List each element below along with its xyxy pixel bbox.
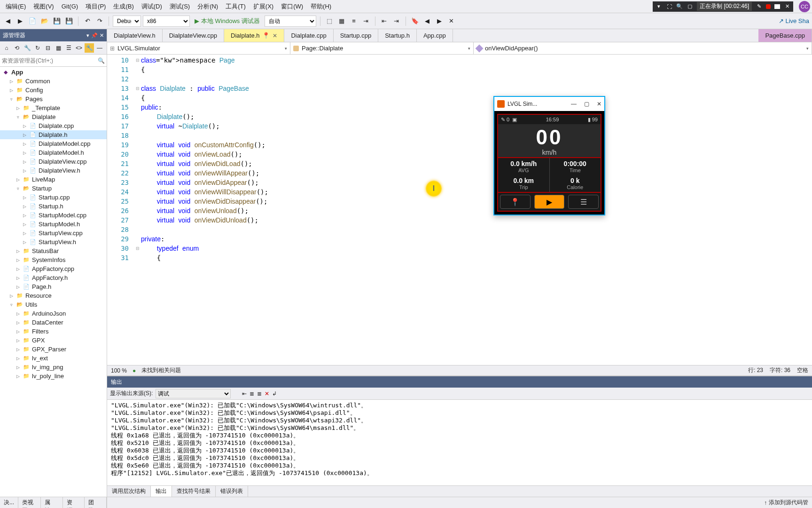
tree-file[interactable]: ▷📄DialplateView.h xyxy=(0,166,107,175)
tb-icon-4[interactable]: ⇥ xyxy=(361,16,371,26)
menu-analyze[interactable]: 分析(N) xyxy=(194,0,222,13)
minimize-button[interactable]: — xyxy=(571,101,577,107)
back-button[interactable]: ◀ xyxy=(3,16,13,26)
tree-folder[interactable]: ▷📁GPX_Parser xyxy=(0,345,107,354)
clear-bookmarks-button[interactable]: ✕ xyxy=(446,16,457,26)
tree-folder[interactable]: ▷📁Config xyxy=(0,86,107,95)
tree-file[interactable]: ▷📄StartupModel.h xyxy=(0,220,107,229)
solution-tree[interactable]: ◆App ▷📁Common ▷📁Config ▿📂Pages ▷📁_Templa… xyxy=(0,67,107,497)
output-tab[interactable]: 查找符号结果 xyxy=(172,486,216,497)
nav-class-combo[interactable]: Page::Dialplate▾ xyxy=(290,42,474,54)
undo-button[interactable]: ↶ xyxy=(82,16,93,26)
simulator-window[interactable]: LVGL Sim... — ▢ ✕ ✎ 0 ▣ 16:59 ▮ 99 00 km… xyxy=(493,96,605,215)
sidebar-tab[interactable]: 资源... xyxy=(63,497,85,508)
next-bookmark-button[interactable]: ▶ xyxy=(434,16,445,26)
tree-folder[interactable]: ▷📁DataCenter xyxy=(0,318,107,327)
bookmark-button[interactable]: 🔖 xyxy=(410,16,420,26)
zoom-level[interactable]: 100 % xyxy=(111,367,127,374)
tree-folder[interactable]: ▷📁SystemInfos xyxy=(0,255,107,264)
code-icon[interactable]: <> xyxy=(74,43,84,53)
camera-icon[interactable] xyxy=(774,4,780,9)
sidebar-tab[interactable]: 决... xyxy=(0,497,18,508)
menu-project[interactable]: 项目(P) xyxy=(82,0,109,13)
more-icon[interactable]: — xyxy=(95,43,104,53)
output-tab-active[interactable]: 输出 xyxy=(151,486,172,497)
monitor-icon[interactable]: ▢ xyxy=(687,3,693,10)
search-icon[interactable]: 🔍 xyxy=(98,57,105,64)
config-select[interactable]: Debug xyxy=(113,16,141,27)
close-icon[interactable]: ✕ xyxy=(784,3,790,10)
tree-file[interactable]: ▷📄StartupView.cpp xyxy=(0,229,107,238)
explorer-search[interactable]: 🔍 xyxy=(0,55,107,67)
pencil-icon[interactable]: ✎ xyxy=(756,3,762,10)
editor-tab[interactable]: Startup.h xyxy=(378,29,417,42)
source-control-icon[interactable]: ↑ xyxy=(764,500,767,506)
sim-location-button[interactable]: 📍 xyxy=(500,195,531,209)
source-control-label[interactable]: 添加到源代码管 xyxy=(769,499,808,507)
nav-project-combo[interactable]: ⊞LVGL.Simulator▾ xyxy=(107,42,290,54)
new-file-button[interactable]: 📄 xyxy=(27,16,38,26)
pin-icon[interactable]: 📍 xyxy=(262,32,270,39)
menu-git[interactable]: Git(G) xyxy=(58,1,82,12)
sim-titlebar[interactable]: LVGL Sim... — ▢ ✕ xyxy=(494,97,604,111)
menu-help[interactable]: 帮助(H) xyxy=(307,0,335,13)
sidebar-tab[interactable]: 属性... xyxy=(41,497,63,508)
output-clear-button[interactable]: ✕ xyxy=(265,390,269,397)
tree-file[interactable]: ▷📄AppFactory.h xyxy=(0,273,107,282)
show-all-icon[interactable]: ▦ xyxy=(54,43,63,53)
tree-folder[interactable]: ▷📁_Template xyxy=(0,103,107,112)
tree-root[interactable]: ◆App xyxy=(0,68,107,77)
save-all-button[interactable]: 💾 xyxy=(64,16,74,26)
home-icon[interactable]: ⌂ xyxy=(2,43,11,53)
redo-button[interactable]: ↷ xyxy=(94,16,105,26)
chevron-down-icon[interactable]: ▾ xyxy=(656,3,662,10)
menu-build[interactable]: 生成(B) xyxy=(109,0,137,13)
indent-button[interactable]: ⇥ xyxy=(391,16,402,26)
editor-tab[interactable]: DialplateView.cpp xyxy=(163,29,224,42)
menu-tools[interactable]: 工具(T) xyxy=(222,0,250,13)
tree-file[interactable]: ▷📄StartupView.h xyxy=(0,238,107,246)
close-window-button[interactable]: ✕ xyxy=(597,101,601,107)
tree-file[interactable]: ▷📄DialplateModel.h xyxy=(0,148,107,157)
editor-tab-pagebase[interactable]: PageBase.cpp xyxy=(758,29,812,42)
tree-folder[interactable]: ▷📁Filters xyxy=(0,327,107,336)
tree-file[interactable]: ▷📄Dialplate.cpp xyxy=(0,121,107,130)
sidebar-tab[interactable]: 团队... xyxy=(85,497,107,508)
sidebar-tab[interactable]: 类视图 xyxy=(18,497,41,508)
fold-column[interactable]: ⊟⊟⊟ xyxy=(134,55,141,365)
editor-tab[interactable]: App.cpp xyxy=(417,29,453,42)
menu-window[interactable]: 窗口(W) xyxy=(277,0,307,13)
tree-folder[interactable]: ▷📁LiveMap xyxy=(0,175,107,184)
collapse-icon[interactable]: ⊟ xyxy=(43,43,53,53)
tree-folder[interactable]: ▷📁lv_ext xyxy=(0,354,107,363)
tree-folder[interactable]: ▷📁lv_img_png xyxy=(0,363,107,372)
expand-icon[interactable]: ⛶ xyxy=(666,3,672,10)
close-panel-icon[interactable]: ✕ xyxy=(100,32,104,39)
editor-tab[interactable]: DialplateView.h xyxy=(107,29,163,42)
tree-folder-dialplate[interactable]: ▿📂Dialplate xyxy=(0,112,107,121)
pin-icon[interactable]: 📌 xyxy=(91,32,98,39)
maximize-button[interactable]: ▢ xyxy=(584,101,589,107)
menu-extensions[interactable]: 扩展(X) xyxy=(250,0,277,13)
tree-folder-startup[interactable]: ▿📂Startup xyxy=(0,184,107,193)
tree-folder[interactable]: ▷📁Common xyxy=(0,77,107,86)
dropdown-icon[interactable]: ▾ xyxy=(86,32,89,39)
tree-file[interactable]: ▷📄Startup.h xyxy=(0,202,107,211)
tb-icon-1[interactable]: ⬚ xyxy=(324,16,335,26)
search-input[interactable] xyxy=(2,57,98,64)
prev-bookmark-button[interactable]: ◀ xyxy=(422,16,432,26)
output-tab[interactable]: 错误列表 xyxy=(216,486,248,497)
output-source-select[interactable]: 调试 xyxy=(156,389,231,398)
tree-file[interactable]: ▷📄DialplateModel.cpp xyxy=(0,139,107,148)
save-button[interactable]: 💾 xyxy=(52,16,62,26)
tree-folder[interactable]: ▷📁lv_poly_line xyxy=(0,372,107,381)
tree-folder[interactable]: ▷📁GPX xyxy=(0,336,107,345)
tree-file[interactable]: ▷📄StartupModel.cpp xyxy=(0,211,107,220)
live-share-button[interactable]: ↗ Live Sha xyxy=(779,17,809,24)
output-wrap-button[interactable]: ↲ xyxy=(272,390,277,397)
output-text[interactable]: "LVGL.Simulator.exe"(Win32): 已加载"C:\Wind… xyxy=(107,400,812,485)
tree-file[interactable]: ▷📄DialplateView.cpp xyxy=(0,157,107,166)
output-btn-3[interactable]: ≣ xyxy=(257,390,262,397)
menu-debug[interactable]: 调试(D) xyxy=(138,0,166,13)
outdent-button[interactable]: ⇤ xyxy=(379,16,390,26)
